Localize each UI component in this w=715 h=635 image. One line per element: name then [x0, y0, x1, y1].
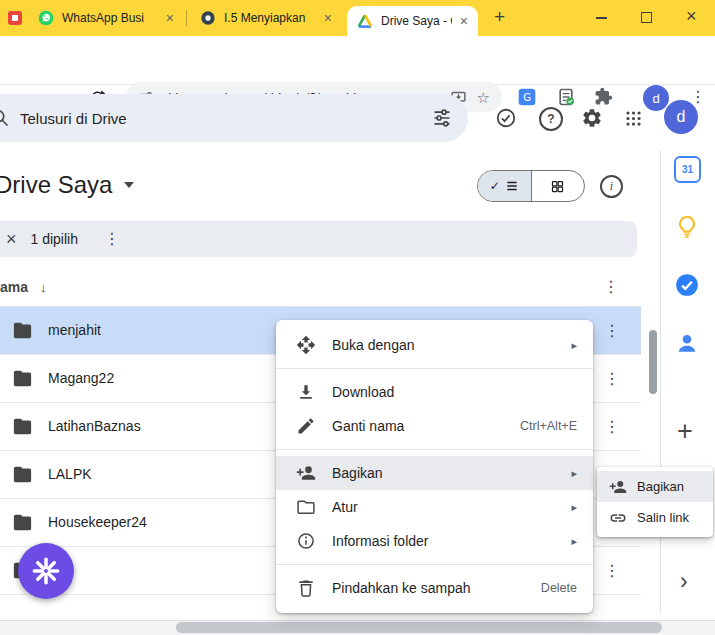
folder-icon: [12, 369, 33, 388]
menu-item-rename[interactable]: Ganti nama Ctrl+Alt+E: [276, 409, 593, 443]
grid-view-segment[interactable]: [532, 171, 585, 201]
folder-name: LatihanBaznas: [48, 403, 141, 450]
tasks-icon[interactable]: [674, 272, 700, 298]
notes-extension-icon[interactable]: [556, 87, 576, 107]
tab-drive-active[interactable]: Drive Saya - Go ×: [347, 6, 478, 36]
extensions-puzzle-icon[interactable]: [594, 87, 613, 106]
list-icon: [505, 179, 519, 193]
window-maximize-button[interactable]: [641, 12, 652, 23]
page-title: Drive Saya: [0, 171, 112, 199]
download-icon: [296, 382, 316, 402]
row-more-kebab[interactable]: ⋮: [604, 323, 620, 339]
column-options-kebab[interactable]: ⋮: [603, 279, 619, 295]
contacts-icon[interactable]: [674, 330, 700, 356]
horizontal-scrollbar-thumb[interactable]: [176, 622, 662, 633]
google-drive-icon: [357, 13, 373, 29]
drive-search-bar[interactable]: Telusuri di Drive: [0, 94, 468, 142]
window-close-button[interactable]: ×: [686, 7, 697, 25]
side-panel-expand-chevron-icon[interactable]: ›: [680, 570, 688, 593]
side-panel-add-button[interactable]: +: [677, 418, 693, 445]
selection-toolbar: × 1 dipilih ⋮: [0, 221, 637, 257]
menu-divider: [276, 368, 593, 369]
tab-separator: [186, 10, 187, 26]
submenu-item-share[interactable]: Bagikan: [597, 471, 713, 502]
folder-name: Magang22: [48, 355, 114, 402]
menu-item-download[interactable]: Download: [276, 375, 593, 409]
menu-item-share[interactable]: Bagikan ▸: [276, 456, 593, 490]
annotation-fab[interactable]: [18, 543, 74, 599]
share-submenu: Bagikan Salin link: [597, 467, 713, 537]
menu-item-folder-info[interactable]: Informasi folder ▸: [276, 524, 593, 558]
drive-profile-avatar[interactable]: d: [664, 100, 698, 134]
menu-item-label: Buka dengan: [332, 337, 555, 353]
keep-icon[interactable]: [674, 214, 700, 240]
clear-selection-icon[interactable]: ×: [6, 230, 17, 248]
open-with-icon: [296, 335, 316, 355]
folder-icon: [12, 465, 33, 484]
window-minimize-button[interactable]: [596, 17, 607, 19]
calendar-icon[interactable]: 31: [674, 156, 701, 183]
tab-whatsapp[interactable]: WhatsApp Busi ×: [30, 0, 182, 36]
folder-icon: [12, 417, 33, 436]
rename-pencil-icon: [296, 416, 316, 436]
submenu-arrow-icon: ▸: [571, 467, 577, 480]
submenu-item-copy-link[interactable]: Salin link: [597, 502, 713, 533]
browser-titlebar: WhatsApp Busi × I.5 Menyiapkan × Drive S…: [0, 0, 715, 36]
submenu-item-label: Bagikan: [637, 479, 684, 494]
bookmark-star-icon[interactable]: ☆: [477, 90, 490, 105]
tab-title: I.5 Menyiapkan: [224, 11, 316, 25]
tab-close-icon[interactable]: ×: [166, 11, 174, 25]
details-info-icon[interactable]: i: [600, 175, 623, 198]
browser-menu-kebab[interactable]: ⋮: [690, 89, 706, 105]
menu-item-label: Ganti nama: [332, 418, 504, 434]
whatsapp-icon: [38, 10, 54, 26]
tab-close-icon[interactable]: ×: [324, 11, 332, 25]
folder-name: Housekeeper24: [48, 499, 147, 546]
sort-descending-icon[interactable]: ↓: [40, 280, 47, 295]
grid-icon: [550, 179, 565, 194]
selection-more-kebab[interactable]: ⋮: [104, 231, 120, 247]
menu-divider: [276, 564, 593, 565]
share-person-add-icon: [296, 463, 316, 483]
info-icon: [296, 531, 316, 551]
trash-icon: [296, 578, 316, 598]
tab-close-icon[interactable]: ×: [460, 14, 468, 28]
row-more-kebab[interactable]: ⋮: [604, 563, 620, 579]
google-apps-grid-icon[interactable]: [624, 109, 643, 128]
menu-item-label: Bagikan: [332, 465, 555, 481]
menu-item-organize[interactable]: Atur ▸: [276, 490, 593, 524]
help-icon[interactable]: ?: [539, 107, 563, 131]
browser-toolbar: ← → drive.google.com/drive/u/0/my-drive …: [0, 36, 715, 85]
list-view-segment[interactable]: ✓: [478, 171, 532, 201]
settings-gear-icon[interactable]: [581, 107, 603, 129]
search-icon: [0, 108, 10, 128]
side-panel-divider: [660, 150, 661, 612]
document-tab-icon: [200, 10, 216, 26]
context-menu: Buka dengan ▸ Download Ganti nama Ctrl+A…: [276, 320, 593, 613]
folder-icon: [12, 513, 33, 532]
table-column-header: ama ↓ ⋮: [0, 268, 641, 307]
submenu-arrow-icon: ▸: [571, 339, 577, 352]
submenu-arrow-icon: ▸: [571, 501, 577, 514]
search-placeholder[interactable]: Telusuri di Drive: [20, 110, 422, 127]
browser-window: WhatsApp Busi × I.5 Menyiapkan × Drive S…: [0, 0, 715, 635]
menu-item-trash[interactable]: Pindahkan ke sampah Delete: [276, 571, 593, 605]
submenu-item-label: Salin link: [637, 510, 689, 525]
new-tab-button[interactable]: +: [494, 7, 505, 26]
menu-item-open-with[interactable]: Buka dengan ▸: [276, 328, 593, 362]
share-person-add-icon: [609, 478, 627, 496]
name-column-header[interactable]: ama: [0, 279, 28, 295]
search-options-icon[interactable]: [432, 108, 452, 128]
browser-profile-avatar[interactable]: d: [643, 85, 669, 111]
view-toggle: ✓: [477, 170, 585, 202]
svg-text:G: G: [523, 92, 531, 103]
row-more-kebab[interactable]: ⋮: [604, 371, 620, 387]
row-more-kebab[interactable]: ⋮: [604, 419, 620, 435]
folder-name: LALPK: [48, 451, 92, 498]
content-scrollbar-thumb[interactable]: [649, 330, 657, 394]
tab-document[interactable]: I.5 Menyiapkan ×: [192, 0, 340, 36]
my-drive-title-dropdown[interactable]: Drive Saya: [0, 171, 134, 199]
translate-extension-icon[interactable]: G: [517, 87, 537, 107]
offline-status-icon[interactable]: [495, 107, 517, 129]
link-icon: [609, 509, 627, 527]
